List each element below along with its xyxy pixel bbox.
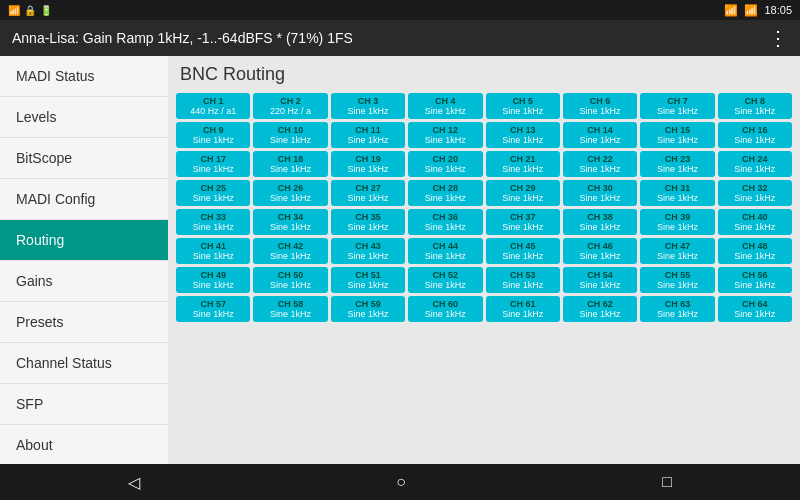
channel-cell-ch-54[interactable]: CH 54Sine 1kHz <box>563 267 637 293</box>
channel-cell-ch-4[interactable]: CH 4Sine 1kHz <box>408 93 482 119</box>
sim-icon: 📶 <box>8 5 20 16</box>
channel-cell-ch-48[interactable]: CH 48Sine 1kHz <box>718 238 792 264</box>
channel-cell-ch-53[interactable]: CH 53Sine 1kHz <box>486 267 560 293</box>
channel-cell-ch-9[interactable]: CH 9Sine 1kHz <box>176 122 250 148</box>
channel-cell-ch-27[interactable]: CH 27Sine 1kHz <box>331 180 405 206</box>
channel-cell-ch-44[interactable]: CH 44Sine 1kHz <box>408 238 482 264</box>
channel-cell-ch-21[interactable]: CH 21Sine 1kHz <box>486 151 560 177</box>
channel-cell-ch-58[interactable]: CH 58Sine 1kHz <box>253 296 327 322</box>
channel-cell-ch-45[interactable]: CH 45Sine 1kHz <box>486 238 560 264</box>
channel-cell-ch-17[interactable]: CH 17Sine 1kHz <box>176 151 250 177</box>
channel-cell-ch-30[interactable]: CH 30Sine 1kHz <box>563 180 637 206</box>
channel-cell-ch-22[interactable]: CH 22Sine 1kHz <box>563 151 637 177</box>
channel-cell-ch-25[interactable]: CH 25Sine 1kHz <box>176 180 250 206</box>
channel-cell-ch-46[interactable]: CH 46Sine 1kHz <box>563 238 637 264</box>
channel-cell-ch-12[interactable]: CH 12Sine 1kHz <box>408 122 482 148</box>
sidebar-item-gains[interactable]: Gains <box>0 261 168 302</box>
channel-cell-ch-55[interactable]: CH 55Sine 1kHz <box>640 267 714 293</box>
channel-cell-ch-6[interactable]: CH 6Sine 1kHz <box>563 93 637 119</box>
channel-cell-ch-15[interactable]: CH 15Sine 1kHz <box>640 122 714 148</box>
channel-cell-ch-56[interactable]: CH 56Sine 1kHz <box>718 267 792 293</box>
channel-cell-ch-7[interactable]: CH 7Sine 1kHz <box>640 93 714 119</box>
channel-signal: Sine 1kHz <box>335 222 401 232</box>
sidebar-item-channel-status[interactable]: Channel Status <box>0 343 168 384</box>
channel-cell-ch-31[interactable]: CH 31Sine 1kHz <box>640 180 714 206</box>
channel-cell-ch-39[interactable]: CH 39Sine 1kHz <box>640 209 714 235</box>
channel-cell-ch-57[interactable]: CH 57Sine 1kHz <box>176 296 250 322</box>
channel-cell-ch-10[interactable]: CH 10Sine 1kHz <box>253 122 327 148</box>
sidebar-item-madi-status[interactable]: MADI Status <box>0 56 168 97</box>
channel-cell-ch-61[interactable]: CH 61Sine 1kHz <box>486 296 560 322</box>
channel-signal: Sine 1kHz <box>180 280 246 290</box>
channel-cell-ch-63[interactable]: CH 63Sine 1kHz <box>640 296 714 322</box>
channel-cell-ch-62[interactable]: CH 62Sine 1kHz <box>563 296 637 322</box>
channel-cell-ch-24[interactable]: CH 24Sine 1kHz <box>718 151 792 177</box>
channel-cell-ch-34[interactable]: CH 34Sine 1kHz <box>253 209 327 235</box>
channel-cell-ch-1[interactable]: CH 1440 Hz / a1 <box>176 93 250 119</box>
channel-cell-ch-36[interactable]: CH 36Sine 1kHz <box>408 209 482 235</box>
channel-cell-ch-47[interactable]: CH 47Sine 1kHz <box>640 238 714 264</box>
channel-cell-ch-33[interactable]: CH 33Sine 1kHz <box>176 209 250 235</box>
channel-cell-ch-49[interactable]: CH 49Sine 1kHz <box>176 267 250 293</box>
channel-cell-ch-18[interactable]: CH 18Sine 1kHz <box>253 151 327 177</box>
channel-cell-ch-41[interactable]: CH 41Sine 1kHz <box>176 238 250 264</box>
channel-cell-ch-60[interactable]: CH 60Sine 1kHz <box>408 296 482 322</box>
channel-signal: Sine 1kHz <box>257 309 323 319</box>
sidebar-item-levels[interactable]: Levels <box>0 97 168 138</box>
channel-cell-ch-32[interactable]: CH 32Sine 1kHz <box>718 180 792 206</box>
channel-cell-ch-3[interactable]: CH 3Sine 1kHz <box>331 93 405 119</box>
channel-number: CH 3 <box>335 96 401 106</box>
channel-signal: Sine 1kHz <box>335 164 401 174</box>
channel-cell-ch-51[interactable]: CH 51Sine 1kHz <box>331 267 405 293</box>
channel-signal: Sine 1kHz <box>722 251 788 261</box>
sidebar-item-madi-config[interactable]: MADI Config <box>0 179 168 220</box>
back-button[interactable]: ◁ <box>108 469 160 496</box>
channel-number: CH 58 <box>257 299 323 309</box>
channel-number: CH 40 <box>722 212 788 222</box>
channel-cell-ch-13[interactable]: CH 13Sine 1kHz <box>486 122 560 148</box>
channel-cell-ch-28[interactable]: CH 28Sine 1kHz <box>408 180 482 206</box>
channel-number: CH 12 <box>412 125 478 135</box>
channel-cell-ch-19[interactable]: CH 19Sine 1kHz <box>331 151 405 177</box>
channel-cell-ch-29[interactable]: CH 29Sine 1kHz <box>486 180 560 206</box>
content-area: BNC Routing CH 1440 Hz / a1CH 2220 Hz / … <box>168 56 800 464</box>
channel-cell-ch-5[interactable]: CH 5Sine 1kHz <box>486 93 560 119</box>
channel-cell-ch-2[interactable]: CH 2220 Hz / a <box>253 93 327 119</box>
channel-signal: Sine 1kHz <box>412 222 478 232</box>
channel-number: CH 18 <box>257 154 323 164</box>
channel-cell-ch-16[interactable]: CH 16Sine 1kHz <box>718 122 792 148</box>
sidebar-item-bitscope[interactable]: BitScope <box>0 138 168 179</box>
channel-cell-ch-64[interactable]: CH 64Sine 1kHz <box>718 296 792 322</box>
channel-cell-ch-23[interactable]: CH 23Sine 1kHz <box>640 151 714 177</box>
channel-signal: Sine 1kHz <box>490 193 556 203</box>
sidebar-item-sfp[interactable]: SFP <box>0 384 168 425</box>
sidebar-item-about[interactable]: About <box>0 425 168 464</box>
channel-cell-ch-42[interactable]: CH 42Sine 1kHz <box>253 238 327 264</box>
channel-number: CH 55 <box>644 270 710 280</box>
channel-cell-ch-20[interactable]: CH 20Sine 1kHz <box>408 151 482 177</box>
channel-cell-ch-52[interactable]: CH 52Sine 1kHz <box>408 267 482 293</box>
channel-cell-ch-40[interactable]: CH 40Sine 1kHz <box>718 209 792 235</box>
channel-cell-ch-35[interactable]: CH 35Sine 1kHz <box>331 209 405 235</box>
sidebar-item-presets[interactable]: Presets <box>0 302 168 343</box>
lock-icon: 🔒 <box>24 5 36 16</box>
sidebar-item-routing[interactable]: Routing <box>0 220 168 261</box>
channel-cell-ch-14[interactable]: CH 14Sine 1kHz <box>563 122 637 148</box>
channel-cell-ch-50[interactable]: CH 50Sine 1kHz <box>253 267 327 293</box>
channel-cell-ch-26[interactable]: CH 26Sine 1kHz <box>253 180 327 206</box>
channel-cell-ch-11[interactable]: CH 11Sine 1kHz <box>331 122 405 148</box>
channel-cell-ch-59[interactable]: CH 59Sine 1kHz <box>331 296 405 322</box>
channel-cell-ch-8[interactable]: CH 8Sine 1kHz <box>718 93 792 119</box>
channel-cell-ch-43[interactable]: CH 43Sine 1kHz <box>331 238 405 264</box>
channel-number: CH 34 <box>257 212 323 222</box>
channel-cell-ch-37[interactable]: CH 37Sine 1kHz <box>486 209 560 235</box>
channel-signal: Sine 1kHz <box>722 222 788 232</box>
channel-signal: Sine 1kHz <box>567 280 633 290</box>
channel-signal: Sine 1kHz <box>644 309 710 319</box>
channel-cell-ch-38[interactable]: CH 38Sine 1kHz <box>563 209 637 235</box>
recent-button[interactable]: □ <box>642 469 692 495</box>
overflow-menu-button[interactable]: ⋮ <box>768 26 788 50</box>
channel-number: CH 45 <box>490 241 556 251</box>
home-button[interactable]: ○ <box>376 469 426 495</box>
channel-signal: Sine 1kHz <box>722 280 788 290</box>
